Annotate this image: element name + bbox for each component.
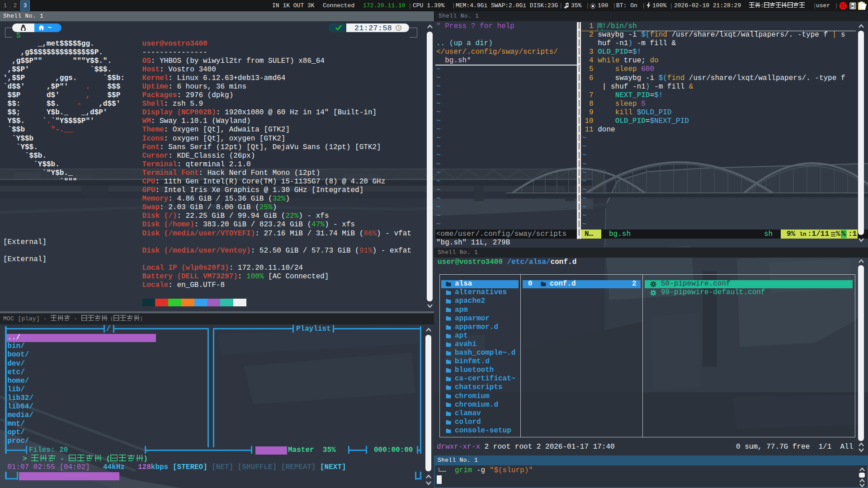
svg-text:K: K [852,4,854,8]
